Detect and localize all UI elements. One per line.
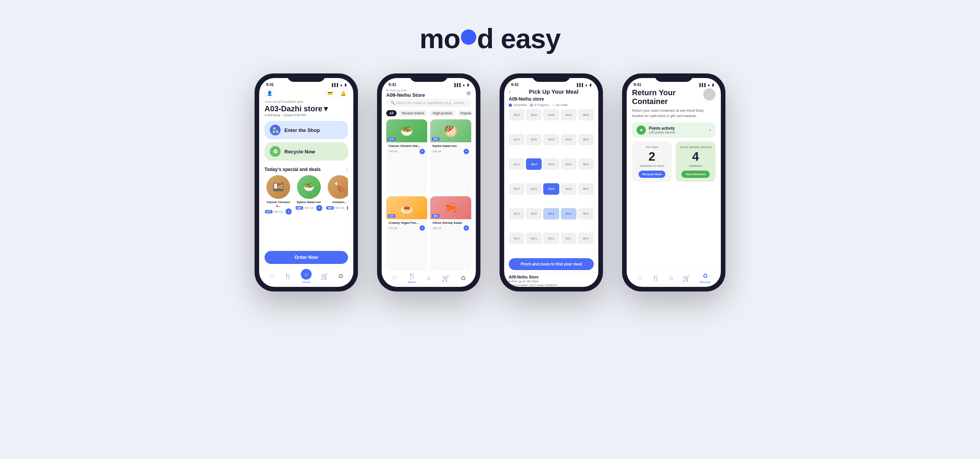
search-bar-2[interactable]: 🔍 Search for meals or ingredients (e.g.,… (386, 99, 471, 107)
locker-01-3[interactable]: 01-3 (509, 183, 524, 195)
locker-05-3[interactable]: 05-3 (578, 183, 594, 195)
locker-04-6[interactable]: 04-6 (561, 109, 577, 120)
nav-recycle-1[interactable]: ♻ (338, 273, 343, 280)
locker-04-5[interactable]: 04-5 (561, 134, 577, 145)
nav-recycle-2[interactable]: ♻ (461, 275, 466, 282)
store-info-2: ▾ Pick-up from A09-Neihu Store (386, 88, 425, 98)
view-rewards-btn[interactable]: View Rewards (681, 171, 710, 178)
containers-to-return-label: You have (645, 145, 658, 149)
status-time-1: 9:41 (266, 83, 274, 87)
menu-item-4[interactable]: 🦐 $80 Citrus Shrimp Salad 350 cal. + (430, 196, 471, 270)
return-header: Return Your Container (632, 88, 715, 106)
logo-text-before: mo (420, 23, 460, 54)
nav-favorites[interactable]: ♡ (269, 273, 274, 280)
nav-utensils[interactable]: 🍴 (284, 273, 292, 280)
bell-icon[interactable]: 🔔 (338, 88, 348, 98)
locker-05-6[interactable]: 05-6 (578, 109, 594, 120)
points-chevron-icon[interactable]: › (709, 127, 711, 133)
tab-highprotein[interactable]: High-protein (430, 110, 455, 116)
locker-03-4[interactable]: 03-4 (543, 158, 559, 170)
chevron-down-icon[interactable]: ▾ (324, 104, 328, 113)
nav-menu-2[interactable]: 🍴 Menu (408, 272, 416, 284)
recycle-now-button[interactable]: ♻ Recycle Now (265, 142, 348, 161)
card-icon[interactable]: 💳 (325, 88, 335, 98)
locker-03-5[interactable]: 03-5 (543, 134, 559, 145)
menu-item-name-3: Creamy Vegan Pas... (389, 221, 425, 225)
nav-home-2[interactable]: ⌂ (427, 275, 431, 282)
meal-card-1: 🍱 Classic Chicken S... $75 500 cal. + (265, 175, 292, 215)
locker-04-1[interactable]: 04-1 (561, 233, 577, 244)
locker-01-2[interactable]: 01-2 (509, 208, 524, 220)
locker-04-4[interactable]: 04-4 (561, 158, 577, 170)
add-btn-1[interactable]: + (286, 208, 292, 215)
pickup-title: Pick Up Your Meal (514, 88, 594, 95)
nav-cart-2[interactable]: 🛒 (442, 275, 449, 282)
menu-item-2[interactable]: 🥙 $95 Eybisi Salad mix 500 cal. + (430, 119, 471, 193)
locker-04-2[interactable]: 04-2 (561, 208, 577, 220)
meal-name-1: Classic Chicken S... (265, 200, 292, 208)
tab-all[interactable]: All (386, 110, 397, 116)
signal-icon-1: ▐▐▐ (331, 83, 338, 87)
locker-05-4[interactable]: 05-4 (578, 158, 594, 170)
locker-04-3[interactable]: 04-3 (561, 183, 577, 195)
nav-utensils-4[interactable]: 🍴 (652, 275, 660, 282)
locker-05-1[interactable]: 05-1 (578, 233, 594, 244)
menu-cal-1: 500 cal. (389, 150, 398, 153)
locker-03-3[interactable]: 03-3 (543, 183, 559, 195)
locker-02-6[interactable]: 02-6 (526, 109, 542, 120)
back-button[interactable]: ‹ (509, 89, 511, 95)
bottom-nav-2: ♡ 🍴 Menu ⌂ 🛒 ♻ (386, 270, 471, 287)
menu-price-row-2: 500 cal. + (433, 149, 469, 154)
locker-02-4[interactable]: 02-4 (526, 158, 542, 170)
menu-add-2[interactable]: + (464, 149, 469, 154)
locker-02-2[interactable]: 02-2 (526, 208, 542, 220)
pinch-zoom-button[interactable]: Pinch and zoom to find your meal (509, 258, 594, 270)
locker-01-4[interactable]: 01-4 (509, 158, 524, 170)
tab-popular[interactable]: Popular (457, 110, 471, 116)
menu-add-1[interactable]: + (420, 149, 425, 154)
nav-home-label: Home (302, 280, 310, 284)
return-title-line2: Container (632, 97, 676, 106)
locker-02-5[interactable]: 02-5 (526, 134, 542, 145)
menu-item-1[interactable]: 🥗 $75 Classic Chicken Sal... 500 cal. + (386, 119, 427, 193)
nav-home-1[interactable]: ⌂ Home (301, 269, 312, 284)
nav-recycle-4[interactable]: ♻ Recycle (700, 272, 710, 284)
order-now-button[interactable]: Order Now (265, 251, 348, 264)
user-avatar (703, 88, 715, 101)
nav-favorites-4[interactable]: ♡ (637, 275, 642, 282)
filter-icon[interactable]: ⚙ (466, 90, 471, 96)
status-time-4: 9:41 (634, 83, 641, 87)
recycle-now-btn-4[interactable]: Recycle Now (639, 171, 665, 178)
profile-icon[interactable]: 👤 (265, 88, 274, 98)
nav-favorites-2[interactable]: ♡ (392, 275, 397, 282)
locker-01-5[interactable]: 01-5 (509, 134, 524, 145)
menu-add-3[interactable]: + (420, 225, 425, 231)
locker-03-2[interactable]: 03-2 (543, 208, 559, 220)
menu-add-4[interactable]: + (464, 225, 469, 231)
points-activity-card[interactable]: ★ Points activity 140 points earned › (632, 122, 715, 138)
containers-returned-sublabel: containers (689, 164, 702, 168)
status-icons-1: ▐▐▐ ▲ ▮ (331, 83, 346, 87)
locker-05-5[interactable]: 05-5 (578, 134, 594, 145)
tab-recent[interactable]: Recent Orders (399, 110, 428, 116)
phone-4-content: Return Your Container Return your used c… (627, 88, 721, 287)
locker-02-1[interactable]: 02-1 (526, 233, 542, 244)
containers-row: You have 2 containers to return Recycle … (632, 142, 715, 182)
specials-chevron-icon[interactable]: › (346, 167, 348, 172)
locker-02-3[interactable]: 02-3 (526, 183, 542, 195)
add-btn-3[interactable]: + (347, 205, 348, 211)
nav-cart-1[interactable]: 🛒 (321, 273, 328, 280)
locker-01-6[interactable]: 01-6 (509, 109, 524, 120)
menu-item-3[interactable]: 🍝 $75 Creamy Vegan Pas... 370 cal. + (386, 196, 427, 270)
nav-cart-4[interactable]: 🛒 (683, 275, 690, 282)
locker-03-6[interactable]: 03-6 (543, 109, 559, 120)
locker-05-2[interactable]: 05-2 (578, 208, 594, 220)
add-btn-2[interactable]: + (316, 205, 322, 211)
nav-home-4[interactable]: ⌂ (669, 275, 673, 282)
enter-shop-button[interactable]: 🏪 Enter the Shop (265, 121, 348, 139)
menu-item-name-2: Eybisi Salad mix (433, 144, 469, 148)
meal-card-3: 🍗 Chicken... $85 500 cal. + (326, 175, 348, 215)
specials-header: Today's special and deals › (265, 167, 348, 172)
locker-01-1[interactable]: 01-1 (509, 233, 524, 244)
locker-03-1[interactable]: 03-1 (543, 233, 559, 244)
